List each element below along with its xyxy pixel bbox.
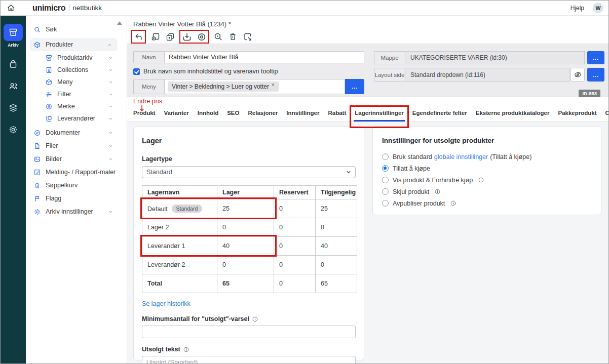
total-label: Total — [142, 274, 217, 293]
duplicate-add-icon[interactable] — [150, 31, 161, 42]
eye-off-button[interactable] — [570, 68, 585, 82]
help-link[interactable]: Hjelp — [570, 5, 584, 12]
tab-rabatt[interactable]: Rabatt — [328, 110, 346, 122]
annotation-endre-pris: Endre pris — [133, 98, 162, 105]
lager-table-wrap: Lagernavn Lager Reservert Tilgjengelig D… — [142, 185, 356, 293]
reserved-cell: 0 — [274, 199, 316, 218]
sidebar-item-merke[interactable]: Merke — [26, 100, 127, 112]
radio-button[interactable] — [382, 153, 389, 160]
rail-item-arkiv-label: Arkiv — [8, 43, 18, 48]
tab-seo[interactable]: SEO — [227, 110, 239, 122]
delete-icon[interactable] — [227, 31, 238, 42]
file-icon — [33, 142, 41, 150]
layers-icon[interactable] — [8, 103, 18, 113]
menu-field-row: Meny Vinter > Bekledning > Luer og votte… — [133, 79, 364, 94]
copy-add-icon[interactable] — [165, 31, 175, 42]
sidebar-item-label: Produktarkiv — [57, 54, 92, 61]
gear-icon[interactable] — [8, 125, 18, 135]
name-tooltip-checkbox-label: Bruk navn som innholdstittel og varenavn… — [143, 68, 278, 75]
sidebar-item-label: Melding- / Rapport-maler — [46, 169, 116, 176]
radio-button[interactable] — [382, 188, 389, 195]
stock-cell: 0 — [217, 256, 274, 274]
tab-egendefinerte-felter[interactable]: Egendefinerte felter — [412, 110, 467, 122]
layout-more-button[interactable]: ... — [587, 68, 604, 82]
sidebar-item-bilder[interactable]: Bilder — [26, 152, 127, 166]
menu-tag-remove-icon[interactable]: × — [272, 83, 275, 88]
zoom-search-icon[interactable] — [213, 31, 223, 42]
flag-icon — [33, 195, 41, 203]
reserved-cell: 0 — [274, 218, 316, 237]
min-soldout-label-row: Minimumsantall for "utsolgt"-varsel — [142, 315, 356, 322]
sidebar-item-label: Leverandører — [57, 115, 95, 122]
image-icon — [33, 155, 41, 163]
sidebar-item-flagg[interactable]: Flagg — [26, 192, 127, 205]
radio-label: Skjul produkt — [393, 188, 429, 195]
preview-eye-icon[interactable] — [196, 31, 207, 42]
shopping-bag-icon[interactable] — [8, 59, 18, 69]
lagertype-select[interactable]: Standard — [142, 166, 356, 178]
sidebar-item-produktarkiv[interactable]: Produktarkiv — [26, 52, 127, 64]
tab-pakkeprodukt[interactable]: Pakkeprodukt — [558, 110, 596, 122]
sidebar-item-filer[interactable]: Filer — [26, 139, 127, 152]
user-avatar[interactable]: W — [593, 3, 603, 13]
download-icon[interactable] — [181, 31, 192, 42]
sidebar-item-label: Dokumenter — [46, 129, 80, 136]
product-name-input[interactable] — [165, 51, 364, 63]
reserved-cell: 0 — [274, 237, 316, 256]
name-field-row: Navn — [133, 51, 364, 63]
tab-innstillinger[interactable]: Innstillinger — [286, 110, 319, 122]
tab-varianter[interactable]: Varianter — [164, 110, 188, 122]
sidebar-item-collections[interactable]: Collections — [26, 64, 127, 76]
sidebar-item-melding-rapport-maler[interactable]: Melding- / Rapport-maler — [26, 166, 127, 179]
stock-cell: 25 — [217, 199, 274, 218]
min-soldout-input[interactable] — [142, 326, 356, 338]
sidebar-item-label: Meny — [57, 78, 73, 86]
info-icon — [434, 188, 441, 195]
home-icon[interactable] — [6, 3, 16, 13]
undo-icon[interactable] — [133, 31, 144, 42]
edit-icon — [33, 169, 41, 176]
global-settings-link[interactable]: globale innstillinger — [434, 153, 488, 160]
brand-logo: unimicro nettbutikk — [32, 4, 102, 13]
total-reserved-cell: 0 — [274, 274, 316, 293]
sidebar-item-filter[interactable]: Filter — [26, 88, 127, 100]
sidebar-item-sok[interactable]: Søk — [26, 23, 127, 36]
sidebar-item-produkter[interactable]: Produkter — [30, 38, 118, 51]
tab-relasjoner[interactable]: Relasjoner — [248, 110, 278, 122]
table-row: DefaultStandard 25 0 25 — [142, 199, 357, 218]
export-icon[interactable] — [242, 31, 253, 42]
sidebar-item-label: Filter — [57, 91, 71, 98]
radio-button[interactable] — [382, 177, 389, 183]
rail-item-arkiv[interactable] — [4, 24, 23, 41]
trash-icon — [33, 182, 41, 189]
sidebar-item-dokumenter[interactable]: Dokumenter — [26, 126, 127, 139]
sidebar-item-meny[interactable]: Meny — [26, 76, 127, 88]
sidebar-item-soppelkurv[interactable]: Søppelkurv — [26, 179, 127, 192]
folder-more-button[interactable]: ... — [587, 51, 604, 64]
tab-innhold[interactable]: Innhold — [198, 110, 219, 122]
radio-button[interactable] — [382, 200, 389, 207]
tab-eksterne-produktkataloger[interactable]: Eksterne produktkataloger — [476, 110, 550, 122]
info-icon — [252, 316, 258, 322]
users-icon[interactable] — [8, 81, 18, 91]
sidebar-item-leverandorer[interactable]: Leverandører — [26, 112, 127, 125]
menu-field[interactable]: Vinter > Bekledning > Luer og votter × — [165, 79, 345, 94]
tab-om-produktet[interactable]: Om produktet — [605, 110, 609, 122]
chevron-down-icon — [108, 104, 113, 109]
stock-history-link[interactable]: Se lager historikk — [142, 300, 191, 307]
radio-option-hide-product: Skjul produkt — [382, 186, 592, 197]
tab-bar: Produkt Varianter Innhold SEO Relasjoner… — [127, 97, 608, 122]
radio-label: Vis produkt & Forhindre kjøp — [393, 177, 473, 184]
radio-label-post: (Tillatt å kjøpe) — [490, 153, 531, 160]
radio-option-show-prevent: Vis produkt & Forhindre kjøp — [382, 174, 592, 186]
folder-field-label: Mappe — [374, 51, 405, 64]
list-icon — [45, 66, 53, 74]
menu-more-button[interactable]: ... — [345, 79, 364, 94]
tab-lagerinnstillinger[interactable]: Lagerinnstillinger — [355, 110, 404, 122]
name-tooltip-checkbox[interactable] — [133, 68, 140, 75]
available-cell: 0 — [316, 218, 357, 237]
radio-button-selected[interactable] — [382, 165, 389, 172]
soldout-text-input[interactable] — [142, 356, 356, 364]
sidebar-item-arkiv-innstillinger[interactable]: Arkiv innstillinger — [26, 205, 127, 218]
table-header-row: Lagernavn Lager Reservert Tilgjengelig — [142, 186, 357, 199]
